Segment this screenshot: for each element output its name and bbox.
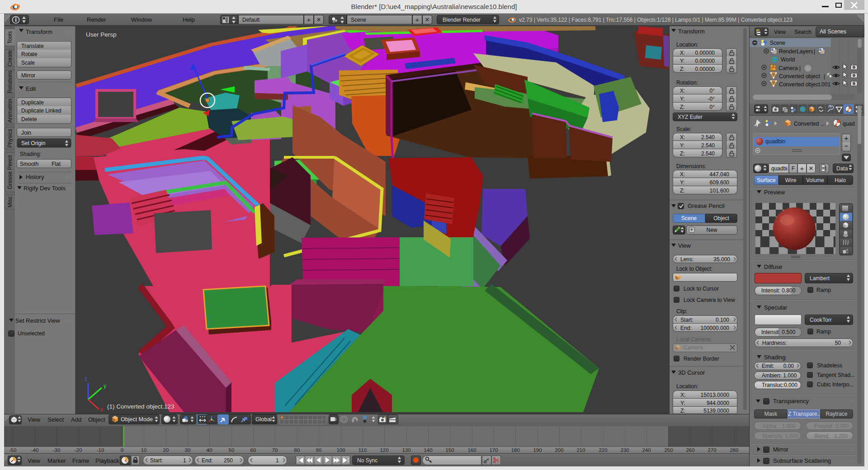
svg-text:(1) Converted object.123: (1) Converted object.123 (107, 403, 175, 410)
svg-text:User Persp: User Persp (86, 31, 117, 38)
svg-text:z: z (85, 376, 87, 382)
svg-text:y: y (104, 383, 106, 389)
svg-text:x: x (100, 406, 103, 413)
